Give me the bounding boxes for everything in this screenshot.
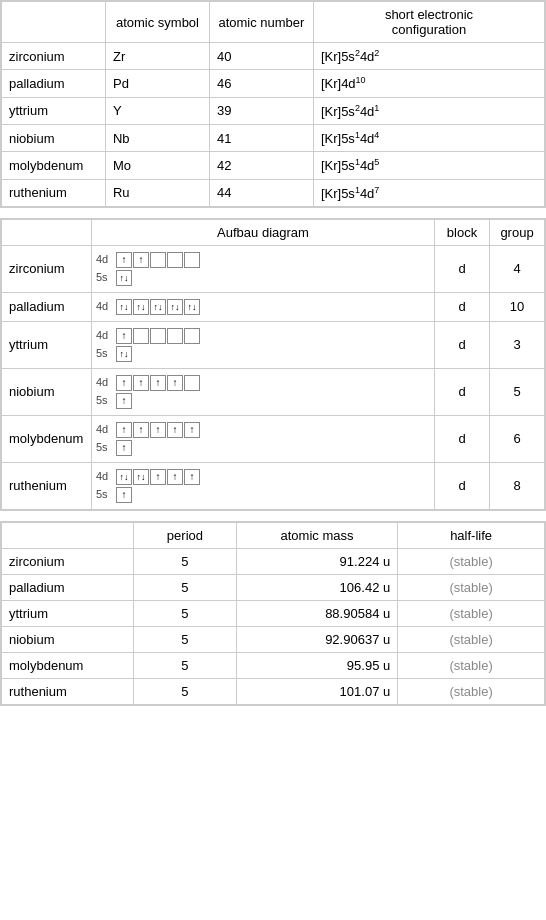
electronic-config: [Kr]5s14d7 bbox=[313, 179, 544, 206]
element-name: zirconium bbox=[2, 43, 106, 70]
orbital-label-4d: 4d bbox=[96, 423, 114, 436]
table-row: niobiumNb41[Kr]5s14d4 bbox=[2, 124, 545, 151]
orbital-label-5s: 5s bbox=[96, 441, 114, 454]
element-name: yttrium bbox=[2, 600, 134, 626]
table2-header-empty bbox=[2, 219, 92, 245]
table-row: palladium5106.42 u(stable) bbox=[2, 574, 545, 600]
orbital-box: ↑ bbox=[116, 328, 132, 344]
orbital-box: ↑ bbox=[167, 375, 183, 391]
orbital-label-4d: 4d bbox=[96, 470, 114, 483]
element-name: zirconium bbox=[2, 548, 134, 574]
table-row: yttrium588.90584 u(stable) bbox=[2, 600, 545, 626]
orbital-box: ↑↓ bbox=[116, 469, 132, 485]
half-life: (stable) bbox=[398, 626, 545, 652]
atomic-number: 42 bbox=[209, 152, 313, 179]
table1-section: atomic symbol atomic number short electr… bbox=[0, 0, 546, 208]
block: d bbox=[435, 292, 490, 321]
atomic-symbol: Pd bbox=[105, 70, 209, 97]
orbital-box bbox=[150, 328, 166, 344]
orbital-label-4d: 4d bbox=[96, 329, 114, 342]
orbital-box: ↑ bbox=[133, 375, 149, 391]
orbital-box: ↑↓ bbox=[167, 299, 183, 315]
table-row: palladium4d↑↓↑↓↑↓↑↓↑↓d10 bbox=[2, 292, 545, 321]
group: 10 bbox=[490, 292, 545, 321]
aufbau-diagram: 4d↑5s↑↓ bbox=[92, 321, 435, 368]
orbital-label-5s: 5s bbox=[96, 347, 114, 360]
element-name: molybdenum bbox=[2, 415, 92, 462]
table-row: niobium592.90637 u(stable) bbox=[2, 626, 545, 652]
orbital-box: ↑ bbox=[116, 252, 132, 268]
table1-header-empty bbox=[2, 2, 106, 43]
orbital-box: ↑↓ bbox=[133, 469, 149, 485]
table2-header-group: group bbox=[490, 219, 545, 245]
table-row: yttrium4d↑5s↑↓d3 bbox=[2, 321, 545, 368]
table-row: zirconiumZr40[Kr]5s24d2 bbox=[2, 43, 545, 70]
element-name: niobium bbox=[2, 368, 92, 415]
group: 6 bbox=[490, 415, 545, 462]
element-name: yttrium bbox=[2, 97, 106, 124]
element-name: yttrium bbox=[2, 321, 92, 368]
aufbau-diagram: 4d↑↑5s↑↓ bbox=[92, 245, 435, 292]
atomic-number: 41 bbox=[209, 124, 313, 151]
atomic-mass: 91.224 u bbox=[236, 548, 397, 574]
electronic-config: [Kr]5s14d4 bbox=[313, 124, 544, 151]
orbital-box: ↑ bbox=[133, 422, 149, 438]
half-life: (stable) bbox=[398, 600, 545, 626]
orbital-label-4d: 4d bbox=[96, 253, 114, 266]
atomic-number: 40 bbox=[209, 43, 313, 70]
atomic-mass: 101.07 u bbox=[236, 678, 397, 704]
atomic-number: 46 bbox=[209, 70, 313, 97]
period: 5 bbox=[134, 548, 237, 574]
table-row: niobium4d↑↑↑↑5s↑d5 bbox=[2, 368, 545, 415]
electronic-config: [Kr]5s24d2 bbox=[313, 43, 544, 70]
orbital-box: ↑↓ bbox=[133, 299, 149, 315]
orbital-label-5s: 5s bbox=[96, 271, 114, 284]
orbital-label-5s: 5s bbox=[96, 488, 114, 501]
aufbau-diagram: 4d↑↑↑↑5s↑ bbox=[92, 368, 435, 415]
element-name: ruthenium bbox=[2, 678, 134, 704]
orbital-box bbox=[133, 328, 149, 344]
table2: Aufbau diagram block group zirconium4d↑↑… bbox=[1, 219, 545, 510]
orbital-box: ↑ bbox=[167, 422, 183, 438]
orbital-box bbox=[167, 328, 183, 344]
orbital-box: ↑↓ bbox=[116, 270, 132, 286]
atomic-number: 44 bbox=[209, 179, 313, 206]
orbital-label-5s: 5s bbox=[96, 394, 114, 407]
orbital-box bbox=[184, 328, 200, 344]
block: d bbox=[435, 245, 490, 292]
atomic-number: 39 bbox=[209, 97, 313, 124]
table3-header-period: period bbox=[134, 522, 237, 548]
table-row: zirconium591.224 u(stable) bbox=[2, 548, 545, 574]
atomic-mass: 92.90637 u bbox=[236, 626, 397, 652]
table-row: palladiumPd46[Kr]4d10 bbox=[2, 70, 545, 97]
electronic-config: [Kr]5s14d5 bbox=[313, 152, 544, 179]
orbital-box bbox=[167, 252, 183, 268]
table3: period atomic mass half-life zirconium59… bbox=[1, 522, 545, 705]
period: 5 bbox=[134, 678, 237, 704]
block: d bbox=[435, 368, 490, 415]
table3-section: period atomic mass half-life zirconium59… bbox=[0, 521, 546, 706]
atomic-mass: 95.95 u bbox=[236, 652, 397, 678]
period: 5 bbox=[134, 652, 237, 678]
element-name: palladium bbox=[2, 70, 106, 97]
table1-header-number: atomic number bbox=[209, 2, 313, 43]
group: 8 bbox=[490, 462, 545, 509]
table-row: molybdenum595.95 u(stable) bbox=[2, 652, 545, 678]
orbital-box: ↑ bbox=[116, 375, 132, 391]
orbital-box: ↑↓ bbox=[184, 299, 200, 315]
atomic-symbol: Mo bbox=[105, 152, 209, 179]
half-life: (stable) bbox=[398, 678, 545, 704]
half-life: (stable) bbox=[398, 652, 545, 678]
atomic-symbol: Nb bbox=[105, 124, 209, 151]
aufbau-diagram: 4d↑↓↑↓↑↑↑5s↑ bbox=[92, 462, 435, 509]
table-row: molybdenumMo42[Kr]5s14d5 bbox=[2, 152, 545, 179]
table-row: yttriumY39[Kr]5s24d1 bbox=[2, 97, 545, 124]
element-name: palladium bbox=[2, 574, 134, 600]
table2-header-aufbau: Aufbau diagram bbox=[92, 219, 435, 245]
electronic-config: [Kr]4d10 bbox=[313, 70, 544, 97]
orbital-box: ↑↓ bbox=[116, 346, 132, 362]
element-name: ruthenium bbox=[2, 179, 106, 206]
orbital-box: ↑ bbox=[116, 422, 132, 438]
atomic-symbol: Ru bbox=[105, 179, 209, 206]
table3-header-empty bbox=[2, 522, 134, 548]
